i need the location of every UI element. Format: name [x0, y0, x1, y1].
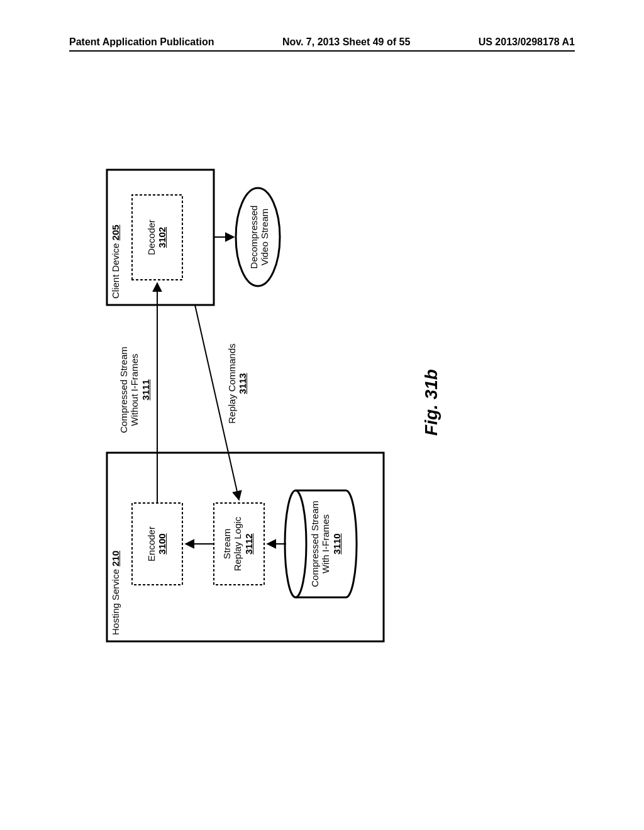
page-header: Patent Application Publication Nov. 7, 2… — [69, 36, 575, 52]
replay-cmd-num: 3113 — [237, 373, 248, 394]
hosting-service-label: Hosting Service — [110, 569, 121, 635]
client-device-label: Client Device — [110, 243, 121, 299]
replay-logic-box-label: Stream Replay Logic 3112 — [221, 503, 254, 585]
encoder-box-label: Encoder 3100 — [146, 503, 168, 585]
storage-l1: Compressed Stream — [309, 501, 320, 587]
hosting-service-num: 210 — [110, 551, 121, 567]
storage-l2: With I-Frames — [320, 514, 331, 573]
stream-l2: Without I-Frames — [129, 353, 140, 426]
page: Patent Application Publication Nov. 7, 2… — [0, 0, 644, 830]
output-ellipse-label: Decompressed Video Stream — [248, 194, 270, 280]
header-mid: Nov. 7, 2013 Sheet 49 of 55 — [214, 36, 479, 48]
output-l2: Video Stream — [259, 209, 270, 266]
decoder-num: 3102 — [157, 227, 167, 248]
storage-label: Compressed Stream With I-Frames 3110 — [309, 490, 342, 597]
replay-logic-num: 3112 — [243, 533, 254, 554]
storage-num: 3110 — [331, 533, 342, 554]
figure-31b: Hosting Service 210 Encoder 3100 Stream … — [69, 151, 585, 654]
compressed-stream-label: Compressed Stream Without I-Frames 3111 — [118, 333, 151, 446]
replay-commands-label: Replay Commands 3113 — [226, 327, 248, 440]
client-device-title: Client Device 205 — [110, 224, 121, 299]
stream-l1: Compressed Stream — [118, 346, 129, 433]
replay-cmd-l: Replay Commands — [226, 343, 237, 424]
client-device-num: 205 — [110, 224, 121, 240]
header-right: US 2013/0298178 A1 — [479, 36, 575, 48]
stream-num: 3111 — [140, 379, 151, 400]
svg-point-3 — [285, 490, 306, 597]
decoder-label: Decoder — [146, 219, 157, 255]
encoder-num: 3100 — [157, 533, 167, 554]
encoder-label: Encoder — [146, 526, 157, 562]
header-left: Patent Application Publication — [69, 36, 214, 48]
replay-logic-l2: Replay Logic — [232, 517, 243, 572]
replay-logic-l1: Stream — [221, 529, 232, 559]
hosting-service-title: Hosting Service 210 — [110, 551, 121, 635]
decoder-box-label: Decoder 3102 — [146, 195, 168, 280]
figure-caption: Fig. 31b — [421, 340, 441, 465]
output-l1: Decompressed — [248, 206, 259, 269]
